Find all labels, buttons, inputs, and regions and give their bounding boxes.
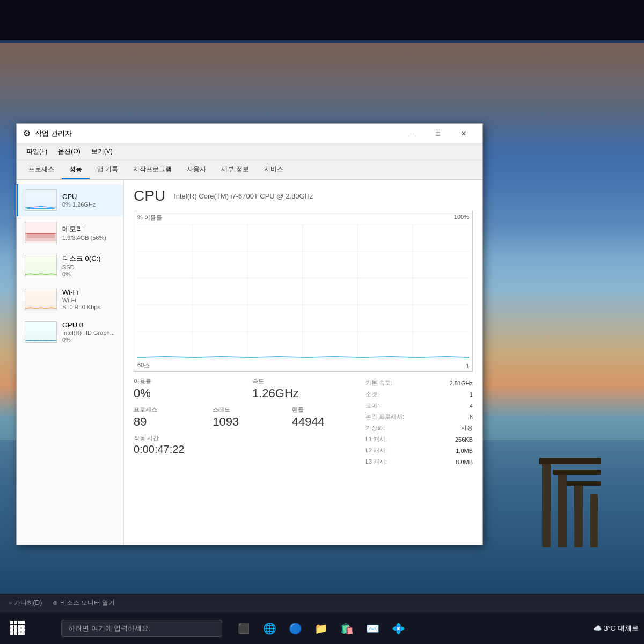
- sidebar-item-wifi[interactable]: Wi-Fi Wi-Fi S: 0 R: 0 Kbps: [17, 283, 123, 316]
- menu-view[interactable]: 보기(V): [87, 145, 117, 158]
- uptime-value: 0:00:47:22: [134, 443, 355, 456]
- main-content: CPU 0% 1.26GHz 메모리 1.9/3.4GB (56%): [17, 180, 482, 545]
- sidebar-cpu-info: CPU 0% 1.26GHz: [62, 193, 117, 208]
- sidebar-disk-info: 디스크 0(C:) SSD 0%: [62, 254, 117, 277]
- sidebar-thumb-gpu: [25, 321, 57, 343]
- process-group: 프로세스 89: [134, 406, 196, 429]
- graph-x-label: 60초: [137, 361, 150, 369]
- menu-options[interactable]: 옵션(O): [54, 145, 84, 158]
- graph-y-label: % 이용률: [137, 214, 162, 222]
- graph-y-max: 100%: [454, 214, 469, 220]
- sidebar-memory-name: 메모리: [62, 224, 117, 234]
- stat-socket: 소켓: 1: [365, 389, 473, 400]
- usage-value: 0%: [134, 386, 236, 400]
- handle-value: 44944: [292, 415, 355, 429]
- sidebar-wifi-detail1: Wi-Fi: [62, 297, 117, 303]
- taskbar-icons: ⬛ 🌐 🔵 📁 🛍️ ✉️ 💠: [233, 618, 409, 639]
- usage-group: 이용률 0%: [134, 377, 236, 400]
- taskbar-search[interactable]: 하려면 여기에 입력하세요.: [61, 620, 222, 637]
- sidebar-item-gpu[interactable]: GPU 0 Intel(R) HD Graph... 0%: [17, 316, 123, 348]
- start-button[interactable]: [5, 617, 29, 640]
- stat-l2: L2 캐시: 1.0MB: [365, 445, 473, 456]
- window-controls: ─ □ ✕: [400, 126, 476, 141]
- taskbar-store-icon[interactable]: 🛍️: [336, 618, 357, 639]
- sidebar-thumb-disk: [25, 255, 57, 276]
- taskbar-globe-icon[interactable]: 🌐: [259, 618, 280, 639]
- taskbar-taskmanager-icon[interactable]: ⬛: [233, 618, 254, 639]
- handle-group: 핸들 44944: [292, 406, 355, 429]
- tab-performance[interactable]: 성능: [62, 160, 90, 179]
- handle-label: 핸들: [292, 406, 355, 414]
- taskbar-weather[interactable]: ☁️ 3°C 대체로: [593, 624, 639, 633]
- tabbar: 프로세스 성능 앱 기록 시작프로그램 사용자 세부 정보 서비스: [17, 160, 482, 180]
- sidebar-cpu-name: CPU: [62, 193, 117, 201]
- sidebar-item-cpu[interactable]: CPU 0% 1.26GHz: [17, 184, 123, 216]
- stat-l3: L3 캐시: 8.0MB: [365, 456, 473, 467]
- speed-value: 1.26GHz: [252, 386, 355, 400]
- window-titlebar: ⚙ 작업 관리자 ─ □ ✕: [17, 124, 482, 143]
- thread-label: 스레드: [213, 406, 275, 414]
- thread-group: 스레드 1093: [213, 406, 275, 429]
- taskbar-browser-icon[interactable]: 🔵: [284, 618, 306, 639]
- start-grid: [10, 621, 25, 635]
- pier: [537, 440, 601, 547]
- stat-virtual: 가상화: 사용: [365, 422, 473, 434]
- taskbar-app-icon[interactable]: 💠: [387, 618, 409, 639]
- graph-x-end: 1: [466, 363, 469, 369]
- sidebar-wifi-info: Wi-Fi Wi-Fi S: 0 R: 0 Kbps: [62, 288, 117, 310]
- tab-services[interactable]: 서비스: [257, 160, 291, 179]
- thread-value: 1093: [213, 415, 275, 429]
- weather-icon: ☁️: [593, 624, 602, 632]
- maximize-button[interactable]: □: [426, 126, 450, 141]
- sidebar-item-memory[interactable]: 메모리 1.9/3.4GB (56%): [17, 216, 123, 248]
- sidebar-disk-detail2: 0%: [62, 271, 117, 277]
- process-label: 프로세스: [134, 406, 196, 414]
- sidebar-gpu-info: GPU 0 Intel(R) HD Graph... 0%: [62, 321, 117, 343]
- tab-startup[interactable]: 시작프로그램: [126, 160, 179, 179]
- taskbar-explorer-icon[interactable]: 📁: [310, 618, 332, 639]
- sidebar-thumb-mem: [25, 222, 57, 243]
- panel-title: CPU: [134, 187, 165, 204]
- window-title: 작업 관리자: [35, 129, 72, 138]
- tab-app-history[interactable]: 앱 기록: [90, 160, 126, 179]
- task-manager-window: ⚙ 작업 관리자 ─ □ ✕ 파일(F) 옵션(O) 보기(V) 프로세스 성능…: [16, 123, 483, 545]
- svg-rect-0: [25, 233, 56, 241]
- menu-file[interactable]: 파일(F): [22, 145, 52, 158]
- notification-right: ⊙ 리소스 모니터 열기: [53, 598, 115, 608]
- taskbar-right: ☁️ 3°C 대체로: [593, 624, 639, 633]
- weather-temp: 3°C: [604, 624, 616, 632]
- process-thread-row: 프로세스 89 스레드 1093 핸들 44944: [134, 406, 355, 429]
- sidebar-disk-detail1: SSD: [62, 264, 117, 270]
- close-button[interactable]: ✕: [451, 126, 476, 141]
- usage-speed-row: 이용률 0% 속도 1.26GHz: [134, 377, 355, 400]
- notification-bar: ○ 가나히(D) ⊙ 리소스 모니터 열기: [0, 594, 644, 612]
- minimize-button[interactable]: ─: [400, 126, 425, 141]
- panel-subtitle: Intel(R) Core(TM) i7-6700T CPU @ 2.80GHz: [174, 192, 313, 200]
- stat-base-speed: 기본 속도: 2.81GHz: [365, 377, 473, 389]
- sidebar-memory-detail: 1.9/3.4GB (56%): [62, 235, 117, 241]
- weather-desc: 대체로: [618, 624, 639, 633]
- sidebar-cpu-detail: 0% 1.26GHz: [62, 201, 117, 208]
- panel-header: CPU Intel(R) Core(TM) i7-6700T CPU @ 2.8…: [134, 187, 473, 204]
- window-title-left: ⚙ 작업 관리자: [23, 128, 72, 138]
- sidebar-wifi-name: Wi-Fi: [62, 288, 117, 296]
- sidebar-memory-info: 메모리 1.9/3.4GB (56%): [62, 224, 117, 241]
- taskmanager-icon: ⚙: [23, 128, 31, 138]
- sidebar-gpu-detail2: 0%: [62, 336, 117, 343]
- stat-core: 코어: 4: [365, 400, 473, 411]
- sidebar-thumb-cpu: [25, 189, 57, 211]
- tab-details[interactable]: 세부 정보: [214, 160, 256, 179]
- stat-l1: L1 캐시: 256KB: [365, 434, 473, 445]
- sidebar-item-disk[interactable]: 디스크 0(C:) SSD 0%: [17, 248, 123, 283]
- notification-left: ○ 가나히(D): [8, 598, 42, 608]
- cpu-stats-grid: 기본 속도: 2.81GHz 소켓: 1 코어: 4 논리 프로세서:: [365, 377, 473, 467]
- sidebar-gpu-name: GPU 0: [62, 321, 117, 329]
- uptime-label: 작동 시간: [134, 434, 355, 442]
- tab-processes[interactable]: 프로세스: [21, 160, 62, 179]
- menubar: 파일(F) 옵션(O) 보기(V): [17, 143, 482, 160]
- usage-label: 이용률: [134, 377, 236, 385]
- tab-users[interactable]: 사용자: [179, 160, 214, 179]
- graph-area: [137, 224, 469, 358]
- taskbar-mail-icon[interactable]: ✉️: [362, 618, 383, 639]
- uptime-group: 작동 시간 0:00:47:22: [134, 434, 355, 456]
